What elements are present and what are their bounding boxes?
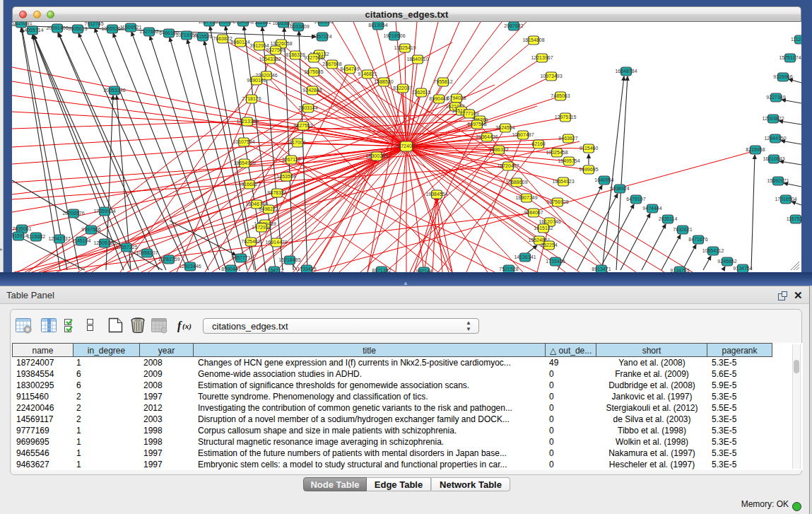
svg-text:16120746: 16120746 — [539, 219, 560, 224]
svg-text:9134754: 9134754 — [733, 266, 752, 271]
svg-text:8990441: 8990441 — [221, 267, 240, 271]
svg-text:9474444: 9474444 — [642, 206, 661, 211]
svg-text:15720407: 15720407 — [497, 163, 519, 168]
svg-text:7625402: 7625402 — [241, 239, 260, 244]
svg-text:417006: 417006 — [289, 140, 305, 145]
svg-text:2935114: 2935114 — [659, 216, 678, 221]
svg-text:8103064: 8103064 — [215, 22, 234, 24]
svg-text:1145194: 1145194 — [72, 238, 91, 243]
svg-text:7515526: 7515526 — [193, 34, 212, 39]
svg-text:3624554: 3624554 — [495, 125, 514, 130]
svg-text:15495754: 15495754 — [558, 158, 579, 163]
svg-text:17016504: 17016504 — [775, 197, 796, 201]
svg-text:f: f — [177, 320, 182, 332]
svg-text:15751074: 15751074 — [779, 55, 801, 60]
svg-text:12213967: 12213967 — [531, 55, 553, 60]
svg-text:16210643: 16210643 — [763, 156, 784, 161]
svg-text:8913471: 8913471 — [592, 267, 611, 271]
svg-text:2867608: 2867608 — [322, 62, 341, 66]
svg-text:1112438: 1112438 — [791, 37, 801, 42]
svg-text:9189203: 9189203 — [314, 22, 333, 24]
svg-text:6479197: 6479197 — [626, 197, 645, 201]
svg-text:10958107: 10958107 — [136, 250, 158, 255]
svg-text:17357225: 17357225 — [115, 245, 137, 250]
svg-text:1733425: 1733425 — [297, 267, 316, 271]
svg-text:14136141: 14136141 — [514, 255, 536, 259]
svg-text:12942737: 12942737 — [48, 236, 70, 241]
svg-text:12923446: 12923446 — [179, 264, 201, 269]
svg-text:1472910: 1472910 — [252, 225, 271, 230]
svg-text:10807487: 10807487 — [512, 132, 534, 137]
svg-text:3675685: 3675685 — [304, 69, 323, 74]
svg-text:8878334: 8878334 — [267, 190, 286, 195]
svg-text:18724007: 18724007 — [395, 144, 417, 148]
svg-text:9699695: 9699695 — [579, 167, 598, 172]
svg-text:7521528: 7521528 — [499, 267, 518, 271]
svg-text:8186328: 8186328 — [286, 52, 305, 57]
svg-text:13226058: 13226058 — [270, 41, 292, 46]
svg-text:11509521: 11509521 — [120, 25, 142, 30]
svg-text:12444150: 12444150 — [764, 136, 786, 141]
svg-text:5938924: 5938924 — [610, 186, 629, 191]
svg-text:10654112: 10654112 — [702, 248, 724, 253]
svg-text:19654923: 19654923 — [552, 179, 574, 184]
svg-text:9115460: 9115460 — [579, 146, 599, 151]
svg-text:6497568: 6497568 — [467, 122, 486, 127]
svg-text:9857771: 9857771 — [231, 255, 250, 260]
svg-text:1362615: 1362615 — [411, 90, 430, 95]
svg-text:10025458: 10025458 — [546, 150, 567, 155]
svg-text:8990448: 8990448 — [429, 96, 448, 101]
svg-text:12093822: 12093822 — [762, 116, 784, 121]
svg-text:8322037: 8322037 — [393, 86, 412, 90]
svg-text:1353594: 1353594 — [276, 174, 295, 179]
svg-text:9327508: 9327508 — [304, 55, 323, 60]
svg-text:13325419: 13325419 — [394, 45, 416, 50]
svg-text:8471676: 8471676 — [688, 237, 707, 242]
svg-text:(x): (x) — [182, 322, 192, 331]
svg-text:15718485: 15718485 — [278, 257, 300, 262]
svg-text:20091406: 20091406 — [46, 25, 68, 30]
svg-text:16782759: 16782759 — [158, 257, 180, 262]
svg-text:7632621: 7632621 — [673, 227, 692, 232]
svg-text:9605619: 9605619 — [68, 26, 87, 31]
svg-text:15692971: 15692971 — [767, 178, 789, 183]
svg-text:1527602: 1527602 — [139, 29, 158, 34]
svg-text:9634505: 9634505 — [233, 22, 252, 24]
svg-text:1588520: 1588520 — [374, 79, 393, 84]
svg-text:18640910: 18640910 — [406, 57, 428, 62]
svg-text:6794028: 6794028 — [447, 95, 466, 100]
svg-text:1615132: 1615132 — [534, 226, 553, 230]
svg-text:10688609: 10688609 — [505, 180, 527, 185]
svg-text:2718176: 2718176 — [242, 96, 261, 101]
svg-text:20053346: 20053346 — [103, 88, 125, 93]
svg-text:2087682: 2087682 — [504, 23, 523, 28]
svg-text:9242848: 9242848 — [302, 88, 322, 93]
svg-text:7562841: 7562841 — [252, 22, 271, 25]
svg-text:16033809: 16033809 — [287, 24, 309, 29]
svg-text:252254: 252254 — [541, 243, 557, 247]
svg-text:8454749: 8454749 — [340, 66, 359, 71]
svg-text:8813054: 8813054 — [368, 23, 387, 28]
svg-text:19654925: 19654925 — [233, 160, 255, 165]
svg-text:18300295: 18300295 — [365, 153, 387, 158]
svg-text:12975115: 12975115 — [555, 115, 577, 119]
svg-text:20206576: 20206576 — [62, 211, 84, 216]
svg-text:2803144: 2803144 — [298, 105, 317, 110]
svg-text:9890161: 9890161 — [247, 78, 266, 83]
svg-text:20129281: 20129281 — [12, 22, 33, 25]
svg-text:12505185: 12505185 — [93, 240, 115, 245]
svg-text:18807249: 18807249 — [515, 195, 537, 200]
svg-text:19384554: 19384554 — [425, 192, 447, 197]
svg-text:19218506: 19218506 — [383, 33, 405, 38]
svg-text:1640954: 1640954 — [594, 177, 613, 182]
svg-text:12213389: 12213389 — [236, 119, 258, 124]
svg-text:3267110: 3267110 — [282, 157, 301, 162]
svg-text:9084067: 9084067 — [524, 210, 543, 215]
svg-text:1115682: 1115682 — [27, 234, 45, 239]
svg-text:7986322: 7986322 — [489, 147, 508, 152]
svg-text:7485063: 7485063 — [551, 93, 570, 98]
svg-text:8427552: 8427552 — [293, 123, 312, 128]
svg-text:62160: 62160 — [531, 141, 546, 146]
svg-text:1733426: 1733426 — [546, 259, 565, 264]
svg-text:7835061: 7835061 — [12, 226, 31, 231]
